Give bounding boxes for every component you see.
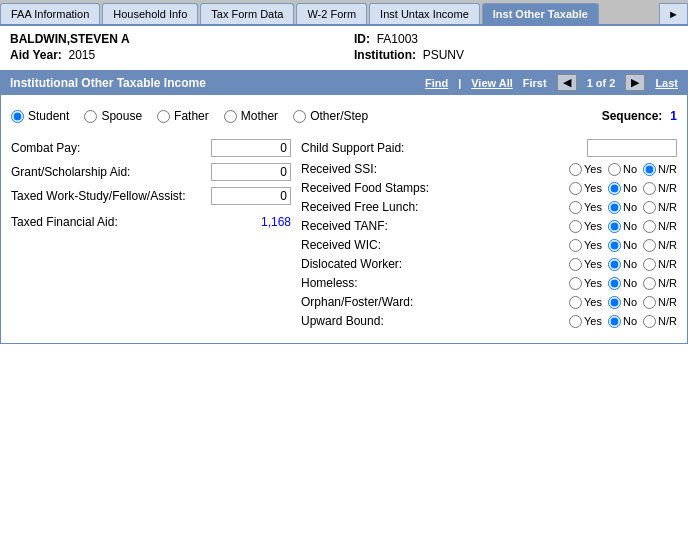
homeless-no[interactable]: No bbox=[608, 277, 637, 290]
tanf-no[interactable]: No bbox=[608, 220, 637, 233]
lunch-no[interactable]: No bbox=[608, 201, 637, 214]
page-info: 1 of 2 bbox=[587, 77, 616, 89]
main-content: Student Spouse Father Mother Other/Step … bbox=[0, 95, 688, 344]
header-info: BALDWIN,STEVEN A Aid Year: 2015 ID: FA10… bbox=[0, 26, 688, 70]
taxed-financial-value: 1,168 bbox=[261, 215, 291, 229]
tab-faa-information[interactable]: FAA Information bbox=[0, 3, 100, 24]
received-food-stamps-row: Received Food Stamps: Yes No N/R bbox=[301, 181, 677, 195]
orphan-foster-row: Orphan/Foster/Ward: Yes No N/R bbox=[301, 295, 677, 309]
received-tanf-row: Received TANF: Yes No N/R bbox=[301, 219, 677, 233]
taxed-work-study-label: Taxed Work-Study/Fellow/Assist: bbox=[11, 189, 211, 203]
homeless-row: Homeless: Yes No N/R bbox=[301, 276, 677, 290]
aid-year-value: 2015 bbox=[68, 48, 95, 62]
combat-pay-label: Combat Pay: bbox=[11, 141, 211, 155]
ssi-no[interactable]: No bbox=[608, 163, 637, 176]
taxed-financial-label: Taxed Financial Aid: bbox=[11, 215, 261, 229]
received-free-lunch-label: Received Free Lunch: bbox=[301, 200, 569, 214]
received-wic-row: Received WIC: Yes No N/R bbox=[301, 238, 677, 252]
radio-student[interactable]: Student bbox=[11, 109, 69, 123]
combat-pay-row: Combat Pay: bbox=[11, 139, 291, 157]
taxed-financial-row: Taxed Financial Aid: 1,168 bbox=[11, 215, 291, 229]
food-nr[interactable]: N/R bbox=[643, 182, 677, 195]
received-food-stamps-label: Received Food Stamps: bbox=[301, 181, 569, 195]
child-support-input[interactable] bbox=[587, 139, 677, 157]
received-ssi-label: Received SSI: bbox=[301, 162, 569, 176]
grant-scholarship-row: Grant/Scholarship Aid: bbox=[11, 163, 291, 181]
upward-nr[interactable]: N/R bbox=[643, 315, 677, 328]
dislocated-worker-row: Dislocated Worker: Yes No N/R bbox=[301, 257, 677, 271]
section-title: Institutional Other Taxable Income bbox=[10, 76, 206, 90]
tab-bar: FAA Information Household Info Tax Form … bbox=[0, 0, 688, 26]
tab-household-info[interactable]: Household Info bbox=[102, 3, 198, 24]
upward-bound-label: Upward Bound: bbox=[301, 314, 569, 328]
sequence-value: 1 bbox=[670, 109, 677, 123]
lunch-yes[interactable]: Yes bbox=[569, 201, 602, 214]
received-tanf-label: Received TANF: bbox=[301, 219, 569, 233]
tab-w2-form[interactable]: W-2 Form bbox=[296, 3, 367, 24]
last-link[interactable]: Last bbox=[655, 77, 678, 89]
sequence-label: Sequence: bbox=[602, 109, 663, 123]
view-all-link[interactable]: View All bbox=[471, 77, 513, 89]
orphan-foster-label: Orphan/Foster/Ward: bbox=[301, 295, 569, 309]
food-yes[interactable]: Yes bbox=[569, 182, 602, 195]
taxed-work-study-input[interactable] bbox=[211, 187, 291, 205]
wic-nr[interactable]: N/R bbox=[643, 239, 677, 252]
radio-mother[interactable]: Mother bbox=[224, 109, 278, 123]
tab-inst-other-taxable[interactable]: Inst Other Taxable bbox=[482, 3, 599, 24]
tanf-yes[interactable]: Yes bbox=[569, 220, 602, 233]
section-nav: Find | View All First ◀ 1 of 2 ▶ Last bbox=[425, 74, 678, 91]
radio-spouse[interactable]: Spouse bbox=[84, 109, 142, 123]
wic-yes[interactable]: Yes bbox=[569, 239, 602, 252]
dislocated-worker-label: Dislocated Worker: bbox=[301, 257, 569, 271]
received-ssi-row: Received SSI: Yes No N/R bbox=[301, 162, 677, 176]
taxed-work-study-row: Taxed Work-Study/Fellow/Assist: bbox=[11, 187, 291, 205]
dislocated-yes[interactable]: Yes bbox=[569, 258, 602, 271]
institution-value: PSUNV bbox=[423, 48, 464, 62]
ssi-nr[interactable]: N/R bbox=[643, 163, 677, 176]
tab-tax-form-data[interactable]: Tax Form Data bbox=[200, 3, 294, 24]
orphan-no[interactable]: No bbox=[608, 296, 637, 309]
section-header: Institutional Other Taxable Income Find … bbox=[0, 70, 688, 95]
orphan-yes[interactable]: Yes bbox=[569, 296, 602, 309]
combat-pay-input[interactable] bbox=[211, 139, 291, 157]
tab-scroll-right[interactable]: ► bbox=[659, 3, 688, 24]
homeless-nr[interactable]: N/R bbox=[643, 277, 677, 290]
received-free-lunch-row: Received Free Lunch: Yes No N/R bbox=[301, 200, 677, 214]
child-support-row: Child Support Paid: bbox=[301, 139, 677, 157]
received-wic-label: Received WIC: bbox=[301, 238, 569, 252]
dislocated-nr[interactable]: N/R bbox=[643, 258, 677, 271]
prev-page-btn[interactable]: ◀ bbox=[557, 74, 577, 91]
grant-scholarship-input[interactable] bbox=[211, 163, 291, 181]
upward-no[interactable]: No bbox=[608, 315, 637, 328]
two-column-layout: Combat Pay: Grant/Scholarship Aid: Taxed… bbox=[11, 139, 677, 333]
food-no[interactable]: No bbox=[608, 182, 637, 195]
id-label: ID: bbox=[354, 32, 370, 46]
institution-label: Institution: bbox=[354, 48, 416, 62]
homeless-yes[interactable]: Yes bbox=[569, 277, 602, 290]
grant-scholarship-label: Grant/Scholarship Aid: bbox=[11, 165, 211, 179]
aid-year-label: Aid Year: bbox=[10, 48, 62, 62]
ssi-yes[interactable]: Yes bbox=[569, 163, 602, 176]
right-column: Child Support Paid: Received SSI: Yes No… bbox=[301, 139, 677, 333]
person-type-row: Student Spouse Father Mother Other/Step … bbox=[11, 105, 677, 127]
lunch-nr[interactable]: N/R bbox=[643, 201, 677, 214]
wic-no[interactable]: No bbox=[608, 239, 637, 252]
tab-inst-untax-income[interactable]: Inst Untax Income bbox=[369, 3, 480, 24]
radio-other-step[interactable]: Other/Step bbox=[293, 109, 368, 123]
student-name: BALDWIN,STEVEN A bbox=[10, 32, 130, 46]
orphan-nr[interactable]: N/R bbox=[643, 296, 677, 309]
upward-yes[interactable]: Yes bbox=[569, 315, 602, 328]
id-value: FA1003 bbox=[377, 32, 418, 46]
radio-father[interactable]: Father bbox=[157, 109, 209, 123]
next-page-btn[interactable]: ▶ bbox=[625, 74, 645, 91]
child-support-label: Child Support Paid: bbox=[301, 141, 587, 155]
find-link[interactable]: Find bbox=[425, 77, 448, 89]
left-column: Combat Pay: Grant/Scholarship Aid: Taxed… bbox=[11, 139, 291, 333]
tanf-nr[interactable]: N/R bbox=[643, 220, 677, 233]
dislocated-no[interactable]: No bbox=[608, 258, 637, 271]
upward-bound-row: Upward Bound: Yes No N/R bbox=[301, 314, 677, 328]
homeless-label: Homeless: bbox=[301, 276, 569, 290]
